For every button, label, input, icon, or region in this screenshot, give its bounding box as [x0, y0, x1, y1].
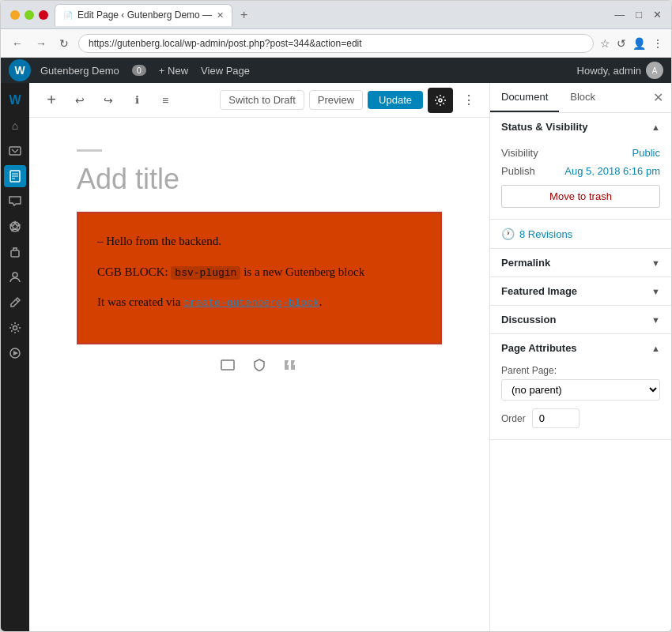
admin-bar-site[interactable]: Gutenberg Demo — [34, 65, 126, 77]
featured-image-header[interactable]: Featured Image ▼ — [490, 277, 671, 305]
block-container[interactable]: – Hello from the backend. CGB BLOCK: bsv… — [77, 212, 442, 344]
permalink-chevron: ▼ — [651, 258, 660, 268]
account-icon[interactable]: 👤 — [632, 37, 646, 50]
sidebar-icon-comments[interactable] — [4, 190, 26, 213]
menu-icon[interactable]: ⋮ — [652, 37, 663, 50]
minimize-button[interactable] — [10, 10, 20, 20]
sidebar-icon-settings[interactable] — [4, 317, 26, 339]
status-visibility-chevron: ▲ — [651, 122, 660, 132]
block-navigation-button[interactable]: ≡ — [153, 88, 178, 113]
permalink-section: Permalink ▼ — [490, 249, 671, 277]
new-tab-button[interactable]: + — [236, 6, 252, 24]
block-text-line-2: CGB BLOCK: bsv-plugin is a new Gutenberg… — [97, 263, 421, 281]
settings-button[interactable] — [428, 88, 453, 113]
discussion-section: Discussion ▼ — [490, 306, 671, 334]
admin-bar-new[interactable]: + New — [153, 65, 194, 77]
post-title[interactable]: Add title — [77, 163, 442, 196]
svg-line-9 — [16, 299, 18, 302]
block-align-button[interactable] — [217, 354, 239, 376]
svg-rect-14 — [221, 360, 234, 370]
update-button[interactable]: Update — [368, 91, 423, 109]
editor-area: + ↩ ↪ ℹ ≡ Switch to Draft Preview Update… — [29, 83, 489, 631]
restore-window-button[interactable]: □ — [636, 9, 642, 21]
tab-document[interactable]: Document — [490, 83, 559, 112]
reload-button[interactable]: ↻ — [56, 36, 72, 51]
comment-bubble[interactable]: 0 — [132, 65, 146, 76]
editor-toolbar: + ↩ ↪ ℹ ≡ Switch to Draft Preview Update… — [29, 83, 489, 118]
visibility-label: Visibility — [501, 147, 538, 159]
close-window-button[interactable]: ✕ — [653, 9, 662, 21]
sidebar-icon-wp[interactable]: W — [4, 89, 26, 111]
wp-logo[interactable]: W — [9, 59, 31, 81]
page-attributes-header[interactable]: Page Attributes ▲ — [490, 334, 671, 362]
panel-close-button[interactable]: ✕ — [645, 90, 671, 105]
post-title-area: Add title — [77, 149, 442, 196]
preview-button[interactable]: Preview — [309, 90, 363, 110]
back-button[interactable]: ← — [9, 36, 26, 51]
order-input[interactable] — [532, 408, 580, 428]
undo-button[interactable]: ↩ — [67, 88, 92, 113]
sidebar-icon-plugins[interactable] — [4, 241, 26, 263]
order-row: Order — [501, 408, 660, 428]
admin-bar-comments[interactable]: 0 — [126, 65, 153, 76]
discussion-chevron: ▼ — [651, 315, 660, 325]
switch-to-draft-button[interactable]: Switch to Draft — [220, 90, 304, 110]
admin-avatar[interactable]: A — [646, 62, 663, 79]
discussion-title: Discussion — [501, 314, 556, 325]
tab-label: Edit Page ‹ Gutenberg Demo — — [77, 9, 212, 21]
status-visibility-header[interactable]: Status & Visibility ▲ — [490, 113, 671, 141]
sidebar-icon-pages[interactable] — [4, 165, 26, 187]
close-button[interactable] — [39, 10, 48, 20]
sidebar-icon-media[interactable] — [4, 140, 26, 162]
sidebar-icon-media-player[interactable] — [4, 342, 26, 364]
permalink-header[interactable]: Permalink ▼ — [490, 249, 671, 276]
discussion-header[interactable]: Discussion ▼ — [490, 306, 671, 333]
panel-tabs: Document Block ✕ — [490, 83, 671, 113]
forward-button[interactable]: → — [32, 36, 50, 51]
address-bar: ← → ↻ ☆ ↺ 👤 ⋮ — [1, 29, 671, 58]
browser-tab[interactable]: 📄 Edit Page ‹ Gutenberg Demo — ✕ — [55, 4, 232, 26]
add-block-button[interactable]: + — [39, 88, 64, 113]
block-quote-button[interactable] — [280, 354, 302, 376]
visibility-value[interactable]: Public — [632, 147, 660, 159]
page-attributes-body: Parent Page: (no parent) Order — [490, 362, 671, 439]
redo-button[interactable]: ↪ — [96, 88, 121, 113]
editor-wrapper: W ⌂ — [1, 83, 671, 631]
sidebar-icon-tools[interactable] — [4, 292, 26, 314]
toolbar-right: Switch to Draft Preview Update ⋮ — [220, 88, 480, 113]
status-visibility-body: Visibility Public Publish Aug 5, 2018 6:… — [490, 141, 671, 219]
info-button[interactable]: ℹ — [124, 88, 149, 113]
admin-bar-view-page[interactable]: View Page — [194, 65, 256, 77]
bookmark-icon[interactable]: ☆ — [600, 37, 610, 50]
revisions-row[interactable]: 🕐 8 Revisions — [490, 220, 671, 249]
visibility-row: Visibility Public — [501, 144, 660, 162]
url-input[interactable] — [78, 34, 594, 53]
sidebar-icon-appearance[interactable] — [4, 216, 26, 238]
revisions-label: 8 Revisions — [519, 228, 572, 240]
tab-close-icon[interactable]: ✕ — [217, 10, 224, 21]
move-to-trash-button[interactable]: Move to trash — [501, 185, 660, 208]
create-gb-block-link[interactable]: create-gutenberg-block — [183, 297, 319, 309]
publish-value[interactable]: Aug 5, 2018 6:16 pm — [564, 165, 660, 177]
tab-favicon: 📄 — [63, 11, 73, 20]
revisions-icon: 🕐 — [501, 228, 515, 240]
parent-page-select[interactable]: (no parent) — [501, 379, 660, 401]
svg-point-8 — [13, 273, 17, 277]
publish-row: Publish Aug 5, 2018 6:16 pm — [501, 162, 660, 180]
minimize-window-button[interactable]: — — [614, 9, 625, 21]
svg-rect-6 — [11, 250, 19, 257]
featured-image-chevron: ▼ — [651, 287, 660, 296]
left-sidebar: W ⌂ — [1, 83, 29, 631]
tab-block[interactable]: Block — [559, 83, 606, 112]
status-visibility-title: Status & Visibility — [501, 121, 588, 133]
window-controls — [10, 10, 48, 20]
featured-image-section: Featured Image ▼ — [490, 277, 671, 306]
block-shield-button[interactable] — [248, 354, 270, 376]
sidebar-icon-users[interactable] — [4, 266, 26, 288]
howdy-text: Howdy, admin — [577, 65, 641, 77]
more-options-button[interactable]: ⋮ — [458, 89, 480, 111]
maximize-button[interactable] — [25, 10, 34, 20]
sidebar-icon-dashboard[interactable]: ⌂ — [4, 115, 26, 137]
howdy-area: Howdy, admin A — [577, 62, 663, 79]
refresh-icon[interactable]: ↺ — [617, 37, 626, 50]
